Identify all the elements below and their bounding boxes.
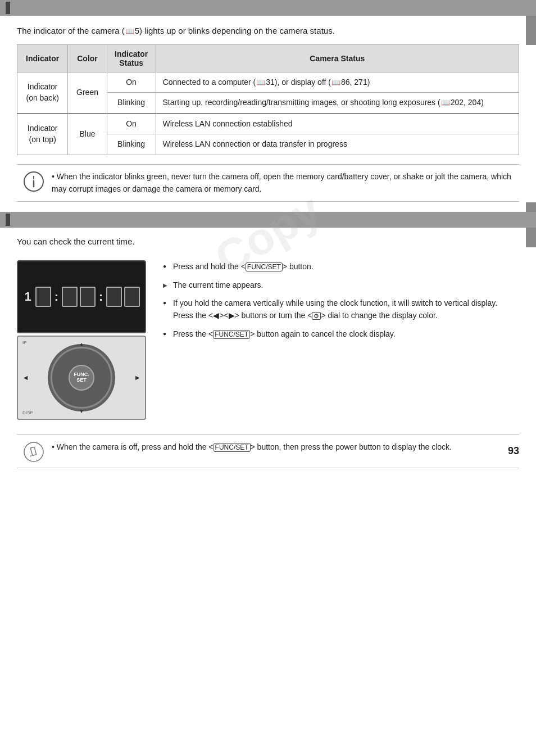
section1-bar [0, 0, 536, 16]
note-item: When the camera is off, press and hold t… [52, 441, 452, 453]
status-blinking-2: Blinking [107, 134, 156, 155]
camera-status-4: Wireless LAN connection or data transfer… [156, 134, 519, 155]
camera-status-1: Connected to a computer (📖31), or displa… [156, 72, 519, 93]
book-ref1: 📖 [256, 78, 265, 88]
indicator-back-cell: Indicator(on back) [17, 72, 68, 114]
camera-control: FUNC.SET ▲ ▼ ◀ ▶ IF DISP [17, 336, 146, 420]
table-header-status: IndicatorStatus [107, 44, 156, 72]
color-green-cell: Green [68, 72, 107, 114]
section2-bar-accent [6, 214, 10, 226]
svg-line-5 [30, 455, 31, 456]
digit-block-3 [80, 287, 96, 307]
indicator-table: Indicator Color IndicatorStatus Camera S… [17, 44, 519, 155]
section2-intro: You can check the current time. [0, 228, 536, 255]
clock-images: 1 : : FUNC.SET ▲ [17, 260, 146, 420]
color-blue-cell: Blue [68, 114, 107, 155]
camera-status-2: Starting up, recording/reading/transmitt… [156, 93, 519, 114]
indicator-top-cell: Indicator(on top) [17, 114, 68, 155]
clock-instructions: Press and hold the <FUNC/SET> button. Th… [163, 260, 519, 346]
instruction-4: Press the <FUNC/SET> button again to can… [163, 328, 519, 340]
digit-block-1 [35, 287, 51, 307]
warning-box: ! When the indicator blinks green, never… [17, 164, 519, 202]
intro-paragraph: The indicator of the camera (📖5) lights … [0, 16, 536, 44]
svg-point-3 [24, 442, 43, 461]
instruction-3: If you hold the camera vertically while … [163, 297, 519, 322]
warning-text: When the indicator blinks green, never t… [52, 170, 512, 196]
section1-bar-accent [6, 2, 10, 14]
colon-2: : [99, 289, 103, 304]
dpad-label-tl: IF [22, 340, 26, 345]
status-on-1: On [107, 72, 156, 93]
warning-icon: ! [24, 171, 44, 192]
section2-bar [0, 212, 536, 228]
table-header-indicator: Indicator [17, 44, 68, 72]
dpad-label-bottom: ▼ [79, 409, 84, 414]
dpad-label-right: ▶ [135, 375, 139, 381]
page-wrapper: Copy The indicator of the camera (📖5) li… [0, 0, 536, 468]
status-blinking-1: Blinking [107, 93, 156, 114]
book-icon1: 📖 [125, 26, 134, 37]
dpad-overlay: FUNC.SET [51, 347, 112, 409]
table-header-camera-status: Camera Status [156, 44, 519, 72]
colon-1: : [54, 289, 58, 304]
page-number: 93 [508, 445, 519, 457]
dpad-bg: FUNC.SET [48, 344, 115, 411]
digit-block-5 [124, 287, 140, 307]
digit-1: 1 [23, 287, 33, 307]
clock-section: 1 : : FUNC.SET ▲ [0, 255, 536, 425]
dpad-label-bl: DISP [22, 410, 33, 415]
digit-block-4 [106, 287, 122, 307]
note-icon [24, 442, 44, 462]
table-header-color: Color [68, 44, 107, 72]
status-on-2: On [107, 114, 156, 134]
instruction-2: The current time appears. [163, 279, 519, 291]
warning-item: When the indicator blinks green, never t… [52, 170, 512, 196]
clock-digits: 1 : : [23, 287, 140, 307]
book-ref2: 📖 [331, 78, 340, 88]
digit-block-2 [62, 287, 78, 307]
note-text: When the camera is off, press and hold t… [52, 441, 452, 453]
instruction-1: Press and hold the <FUNC/SET> button. [163, 260, 519, 273]
svg-rect-4 [30, 447, 36, 455]
book-ref3: 📖 [441, 98, 450, 108]
instruction-list: Press and hold the <FUNC/SET> button. Th… [163, 260, 519, 340]
dpad-label-top: ▲ [79, 341, 84, 347]
note-box: When the camera is off, press and hold t… [17, 434, 519, 468]
camera-status-3: Wireless LAN connection established [156, 114, 519, 134]
dpad-label-left: ◀ [24, 375, 28, 381]
func-set-btn: FUNC.SET [69, 365, 94, 391]
clock-display: 1 : : [17, 260, 146, 333]
